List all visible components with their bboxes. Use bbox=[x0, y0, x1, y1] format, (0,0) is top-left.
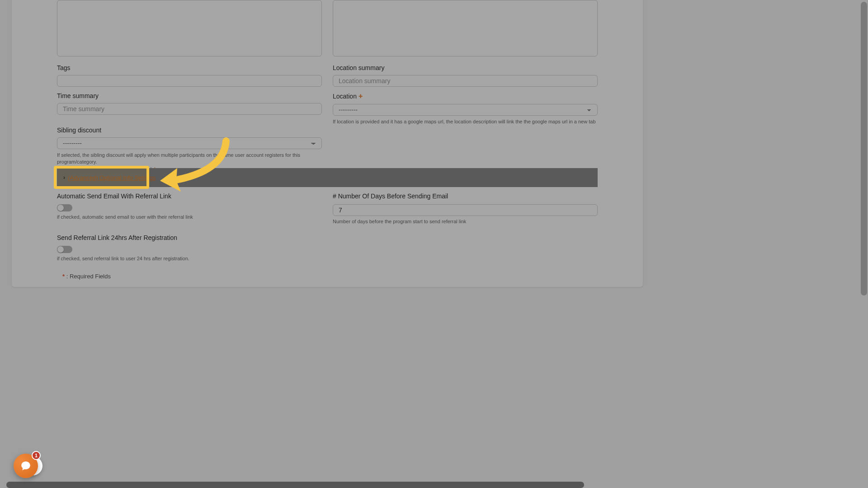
location-label-text: Location bbox=[333, 93, 357, 100]
chat-icon bbox=[20, 460, 32, 472]
left-textarea[interactable] bbox=[57, 0, 322, 56]
toggle-knob bbox=[57, 205, 64, 211]
chat-button[interactable]: 1 bbox=[14, 454, 38, 478]
auto-email-label: Automatic Send Email With Referral Link bbox=[57, 192, 322, 200]
send-24h-help: if checked, send referral link to user 2… bbox=[57, 256, 322, 261]
location-summary-input[interactable] bbox=[333, 75, 598, 87]
location-summary-label: Location summary bbox=[333, 64, 598, 71]
settings-panel: Tags Location summary Time summary Locat… bbox=[12, 0, 643, 287]
num-days-label: # Number Of Days Before Sending Email bbox=[333, 192, 598, 200]
tags-input[interactable] bbox=[57, 75, 322, 87]
auto-email-help: if checked, automatic send email to user… bbox=[57, 214, 322, 220]
location-select[interactable]: --------- bbox=[333, 104, 598, 116]
advanced-collapsible-bar[interactable]: › (Advanced) Optional Info Settings bbox=[57, 168, 598, 187]
sibling-discount-select[interactable]: --------- bbox=[57, 137, 322, 149]
form-area: Tags Location summary Time summary Locat… bbox=[57, 0, 598, 287]
vertical-scrollbar[interactable] bbox=[861, 2, 867, 296]
horizontal-scrollbar[interactable] bbox=[6, 482, 584, 488]
tags-label: Tags bbox=[57, 64, 322, 71]
send-24h-toggle[interactable] bbox=[57, 246, 72, 253]
send-24h-label: Send Referral Link 24hrs After Registrat… bbox=[57, 234, 322, 241]
right-textarea[interactable] bbox=[333, 0, 598, 56]
required-fields-note: * : Required Fields bbox=[62, 273, 111, 280]
toggle-knob bbox=[57, 246, 64, 253]
chevron-right-icon: › bbox=[63, 174, 65, 181]
time-summary-input[interactable] bbox=[57, 103, 322, 115]
location-label: Location+ bbox=[333, 92, 598, 100]
num-days-input[interactable] bbox=[333, 204, 598, 216]
advanced-link[interactable]: (Advanced) Optional Info Settings bbox=[68, 174, 156, 181]
time-summary-label: Time summary bbox=[57, 92, 322, 99]
num-days-help: Number of days before the program start … bbox=[333, 219, 598, 224]
auto-email-toggle[interactable] bbox=[57, 204, 72, 211]
advanced-collapsible-inner: › (Advanced) Optional Info Settings bbox=[60, 170, 159, 185]
sibling-discount-label: Sibling discount bbox=[57, 127, 322, 134]
chat-count-badge: 1 bbox=[32, 451, 41, 460]
page-viewport: Tags Location summary Time summary Locat… bbox=[0, 0, 868, 488]
location-help: If location is provided and it has a goo… bbox=[333, 118, 598, 125]
plus-icon[interactable]: + bbox=[359, 92, 363, 100]
